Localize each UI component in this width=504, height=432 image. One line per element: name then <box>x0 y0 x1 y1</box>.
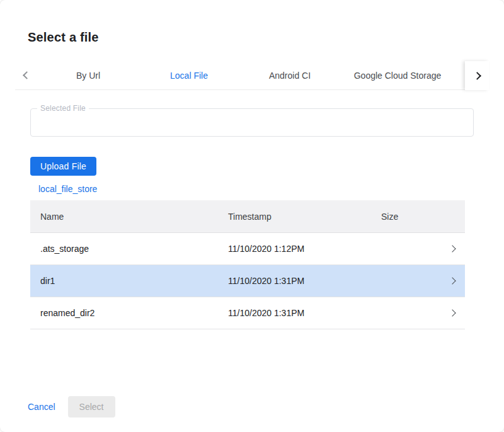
tab-bar: By Url Local File Android CI Google Clou… <box>15 61 489 90</box>
table-header-row: Name Timestamp Size <box>30 200 465 233</box>
file-table: Name Timestamp Size .ats_storage 11/10/2… <box>30 200 465 329</box>
file-timestamp: 11/10/2020 1:31PM <box>228 276 381 286</box>
open-row-button[interactable] <box>440 246 465 251</box>
table-row[interactable]: renamed_dir2 11/10/2020 1:31PM <box>30 297 465 329</box>
file-name: dir1 <box>40 276 228 286</box>
chevron-right-icon <box>449 309 455 316</box>
cancel-button[interactable]: Cancel <box>28 398 55 416</box>
table-row-selected[interactable]: dir1 11/10/2020 1:31PM <box>30 265 465 297</box>
table-row[interactable]: .ats_storage 11/10/2020 1:12PM <box>30 233 465 265</box>
dialog-title: Select a file <box>28 30 99 45</box>
tab-by-url[interactable]: By Url <box>38 61 139 90</box>
column-header-size: Size <box>381 212 440 222</box>
dialog-footer: Cancel Select <box>28 396 115 418</box>
selected-file-input[interactable] <box>31 109 473 136</box>
tabs-scroll-right-button[interactable] <box>465 61 489 90</box>
tab-list: By Url Local File Android CI Google Clou… <box>38 61 465 90</box>
file-timestamp: 11/10/2020 1:12PM <box>228 244 381 254</box>
column-header-name: Name <box>40 212 228 222</box>
file-timestamp: 11/10/2020 1:31PM <box>228 308 381 318</box>
open-row-button[interactable] <box>440 278 465 283</box>
chevron-right-icon <box>473 72 481 80</box>
selected-file-label: Selected File <box>37 104 89 113</box>
tab-local-file[interactable]: Local File <box>139 61 239 90</box>
chevron-left-icon <box>23 71 31 79</box>
select-file-dialog: Select a file By Url Local File Android … <box>0 0 504 432</box>
upload-file-button[interactable]: Upload File <box>30 157 96 176</box>
tab-android-ci[interactable]: Android CI <box>239 61 340 90</box>
chevron-right-icon <box>449 277 455 284</box>
tab-google-cloud-storage[interactable]: Google Cloud Storage <box>340 61 455 90</box>
open-row-button[interactable] <box>440 310 465 315</box>
tabs-scroll-left-button[interactable] <box>15 61 38 90</box>
breadcrumb-local-file-store[interactable]: local_file_store <box>38 184 97 194</box>
column-header-timestamp: Timestamp <box>228 212 381 222</box>
chevron-right-icon <box>449 245 455 252</box>
file-name: renamed_dir2 <box>40 308 228 318</box>
selected-file-field: Selected File <box>30 108 474 137</box>
file-name: .ats_storage <box>40 244 228 254</box>
select-button[interactable]: Select <box>68 396 115 418</box>
